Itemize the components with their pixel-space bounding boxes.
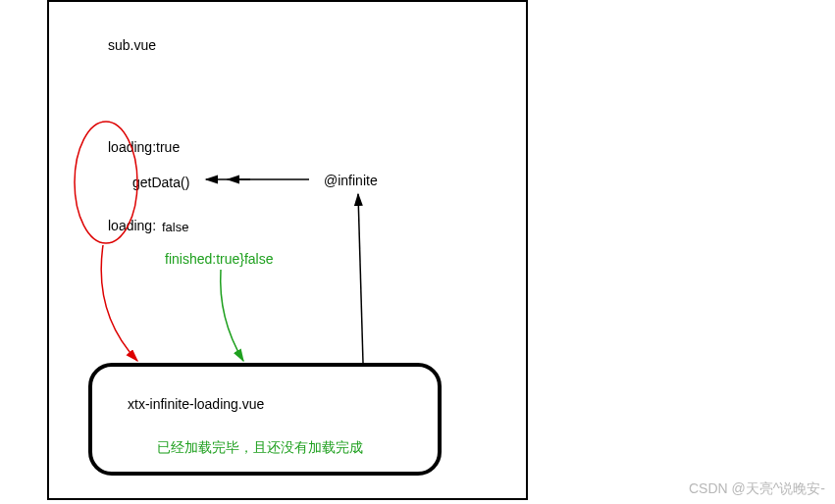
loading-true-label: loading:true (108, 139, 180, 155)
infinite-event-label: @infinite (324, 173, 378, 188)
child-file-label: xtx-infinite-loading.vue (128, 396, 264, 412)
child-component-box (88, 363, 442, 476)
status-text-label: 已经加载完毕，且还没有加载完成 (157, 439, 363, 457)
getdata-label: getData() (132, 175, 189, 190)
finished-label: finished:true}false (165, 251, 274, 267)
loading-false-val: false (162, 220, 188, 234)
parent-file-label: sub.vue (108, 37, 156, 53)
loading-false-key: loading: (108, 218, 156, 233)
watermark: CSDN @天亮^说晚安- (689, 480, 825, 498)
